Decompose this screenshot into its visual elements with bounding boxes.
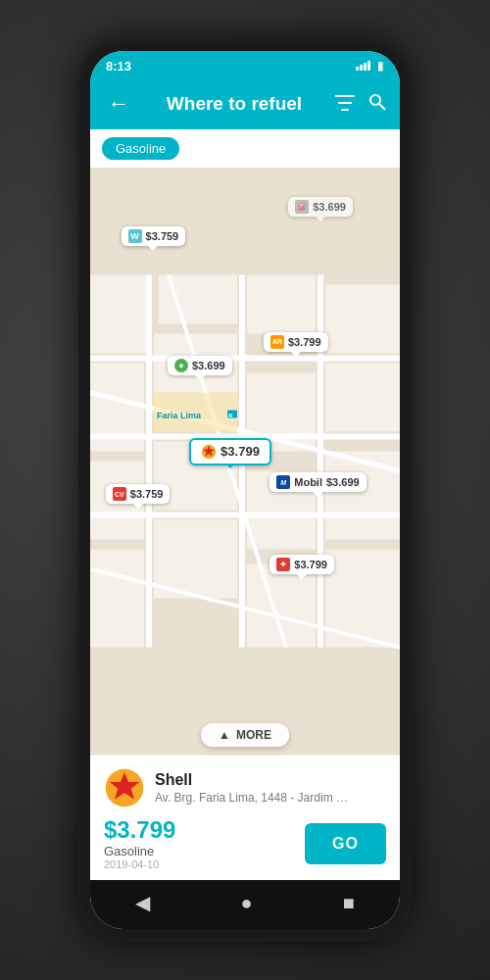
bottom-card: Shell Av. Brg. Faria Lima, 1448 - Jardim… [90,755,400,880]
pin-price-4: $3.799 [288,336,321,348]
svg-rect-1 [338,102,352,104]
battery-icon: ▮ [377,59,384,73]
station-logo [104,767,145,808]
pin-logo-1: W [128,229,142,243]
pin-price-3: $3.699 [192,360,225,371]
map-pin-shell[interactable]: $3.799 [189,438,271,466]
svg-rect-6 [90,275,149,354]
svg-rect-9 [325,285,400,354]
station-name: Shell [155,771,386,789]
map-pin-6[interactable]: CV $3.759 [106,484,171,504]
map-area[interactable]: Faria Lima M W $3.759 ⛽ $3.699 ● $3.699 [90,168,400,755]
price-value: $3.799 [104,816,175,844]
pin-price-6: $3.759 [130,488,164,500]
top-bar: ← Where to refuel [90,78,400,129]
signal-icon [356,61,370,71]
station-address: Av. Brg. Faria Lima, 1448 - Jardim Pauli… [155,791,351,805]
top-bar-icons [335,93,386,116]
filter-row: Gasoline [90,129,400,168]
pin-price-shell: $3.799 [220,444,260,459]
nav-bar: ◀ ● ■ [90,880,400,929]
svg-rect-15 [325,364,400,432]
pin-price-7: Mobil [294,476,322,488]
price-row: $3.799 Gasoline 2019-04-10 GO [104,816,386,870]
fuel-type: Gasoline [104,844,175,858]
filter-icon[interactable] [335,93,355,116]
pin-logo-8: ✦ [276,558,290,571]
svg-text:M: M [228,413,232,418]
pin-price-8: $3.799 [294,559,327,570]
map-pin-1[interactable]: W $3.759 [122,226,186,246]
svg-rect-0 [335,95,355,97]
pin-logo-3: ● [174,359,188,372]
go-button[interactable]: GO [305,823,386,864]
nav-home-button[interactable]: ● [240,892,252,914]
pin-logo-7: M [276,475,290,489]
map-pin-3[interactable]: ● $3.699 [168,356,232,375]
price-info: $3.799 Gasoline 2019-04-10 [104,816,175,870]
search-icon[interactable] [368,93,386,116]
map-pin-2[interactable]: ⛽ $3.699 [288,197,353,217]
pin-price-1: $3.759 [146,230,179,242]
status-icons: ▮ [356,59,384,73]
status-time: 8:13 [106,59,131,74]
back-button[interactable]: ← [104,89,133,119]
nav-recent-button[interactable]: ■ [343,892,355,914]
phone-screen: 8:13 ▮ ← Where to refuel [90,51,400,929]
station-info: Shell Av. Brg. Faria Lima, 1448 - Jardim… [104,767,386,808]
shell-pin-logo [201,444,217,460]
more-label: MORE [236,728,271,742]
pin-logo-4: AR [270,335,284,349]
pin-price-2: $3.699 [313,201,346,213]
pin-logo-6: CV [113,487,126,501]
station-details: Shell Av. Brg. Faria Lima, 1448 - Jardim… [155,771,386,805]
price-date: 2019-04-10 [104,858,175,870]
gasoline-chip[interactable]: Gasoline [102,137,179,160]
pin-logo-2: ⛽ [295,200,309,214]
map-pin-8[interactable]: ✦ $3.799 [270,555,334,574]
status-bar: 8:13 ▮ [90,51,400,78]
svg-rect-19 [325,452,400,540]
phone-frame: 8:13 ▮ ← Where to refuel [78,39,412,941]
map-pin-7[interactable]: M Mobil $3.699 [270,472,366,492]
page-title: Where to refuel [143,93,325,115]
nav-back-button[interactable]: ◀ [135,891,150,914]
svg-rect-16 [90,550,144,648]
svg-rect-2 [341,109,349,111]
pin-price-7b: $3.699 [326,476,360,488]
more-button[interactable]: ▲ MORE [201,723,289,747]
map-pin-4[interactable]: AR $3.799 [264,332,328,352]
svg-rect-8 [247,275,316,334]
svg-text:Faria Lima: Faria Lima [157,411,202,420]
more-chevron: ▲ [219,728,230,742]
svg-point-3 [370,95,380,105]
svg-line-4 [379,104,385,110]
